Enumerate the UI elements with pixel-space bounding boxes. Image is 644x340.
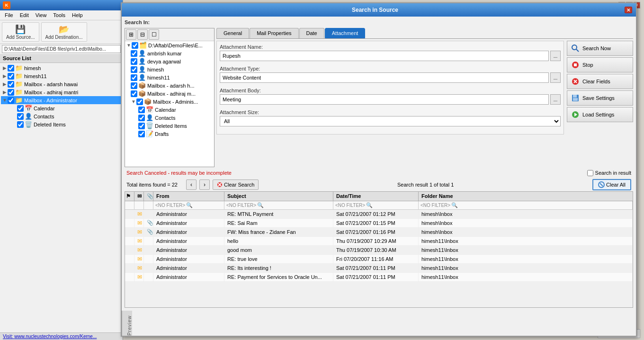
tab-attachment[interactable]: Attachment <box>325 28 366 38</box>
left-tree-check[interactable] <box>138 131 145 137</box>
tree-item-mailbox-adarsh[interactable]: ▶ 📁 Mailbox - adarsh hawai <box>1 80 122 88</box>
stop-icon <box>571 61 580 69</box>
clear-fields-button[interactable]: Clear Fields <box>567 74 633 89</box>
left-tree-mailbox-adhiraj[interactable]: 📦 Mailbox - adhiraj m... <box>125 89 214 98</box>
left-tree-deleted[interactable]: 🗑️ Deleted Items <box>125 122 214 130</box>
left-tree-check[interactable] <box>131 82 137 89</box>
filter-folder-search-icon[interactable]: 🔍 <box>451 202 458 208</box>
table-row[interactable]: ✉ Administrator RE: true love Fri 07/20/… <box>125 255 633 264</box>
table-row[interactable]: ✉ Administrator RE: Its interesting ! Sa… <box>125 264 633 273</box>
menu-help[interactable]: Help <box>69 11 86 19</box>
expand-all-button[interactable]: ⊞ <box>126 29 136 40</box>
th-subject[interactable]: Subject <box>224 192 333 201</box>
filter-subject[interactable]: <NO FILTER> 🔍 <box>224 201 333 209</box>
load-settings-button[interactable]: Load Settings <box>567 107 633 122</box>
left-tree-check[interactable] <box>136 98 143 105</box>
tree-check[interactable] <box>17 121 24 128</box>
left-tree-check[interactable] <box>138 107 145 113</box>
left-tree-himesh[interactable]: 👤 himesh <box>125 65 214 73</box>
attachment-body-input[interactable] <box>220 94 549 105</box>
th-flag[interactable]: ⚑ <box>125 192 134 201</box>
filter-from-search-icon[interactable]: 🔍 <box>186 202 193 208</box>
menu-view[interactable]: View <box>33 11 50 19</box>
left-tree-calendar[interactable]: 📅 Calendar <box>125 106 214 114</box>
menu-tools[interactable]: Tools <box>50 11 68 19</box>
left-tree-mailbox-adarsh[interactable]: 📦 Mailbox - adarsh h... <box>125 81 214 89</box>
left-tree-devya[interactable]: 👤 devya agarwal <box>125 57 214 65</box>
tab-general[interactable]: General <box>216 28 249 38</box>
uncheck-all-button[interactable]: ☐ <box>149 29 159 40</box>
left-tree-ambrish[interactable]: 👤 ambrish kumar <box>125 49 214 57</box>
left-tree-contacts[interactable]: 👤 Contacts <box>125 114 214 122</box>
tree-check[interactable] <box>8 89 14 96</box>
tree-item-mailbox-adhiraj[interactable]: ▶ 📁 Mailbox - adhiraj mantri <box>1 88 122 96</box>
tab-date[interactable]: Date <box>299 28 324 38</box>
tree-item-contacts[interactable]: 👤 Contacts <box>1 112 122 120</box>
search-in-result-checkbox[interactable] <box>587 170 593 176</box>
left-tree-check[interactable] <box>131 74 137 81</box>
tree-check[interactable] <box>17 105 24 112</box>
th-folder[interactable]: Folder Name <box>419 192 633 201</box>
tree-item-deleted[interactable]: 🗑️ Deleted Items <box>1 120 122 128</box>
attachment-body-browse-button[interactable]: ... <box>550 94 561 105</box>
left-tree-check-root[interactable] <box>132 42 138 49</box>
attachment-type-browse-button[interactable]: ... <box>550 72 561 83</box>
clear-search-button[interactable]: Clear Search <box>213 179 259 190</box>
filter-folder[interactable]: <NO FILTER> 🔍 <box>419 201 633 209</box>
attachment-size-select[interactable]: All < 10 KB 10-100 KB > 100 KB <box>220 116 561 126</box>
tree-check[interactable] <box>17 113 24 120</box>
filter-date-search-icon[interactable]: 🔍 <box>366 202 373 208</box>
tree-check-himesh[interactable] <box>8 65 14 72</box>
add-destination-button[interactable]: 📂 Add Destination... <box>41 22 87 42</box>
th-from[interactable]: From <box>153 192 224 201</box>
filter-from[interactable]: <NO FILTER> 🔍 <box>153 201 224 209</box>
attachment-type-input[interactable] <box>220 72 549 83</box>
attachment-name-input[interactable] <box>220 51 549 61</box>
left-tree-check[interactable] <box>138 123 145 129</box>
next-result-button[interactable]: › <box>199 179 210 190</box>
filter-date[interactable]: <NO FILTER> 🔍 <box>333 201 419 209</box>
left-tree-check[interactable] <box>138 115 145 121</box>
tree-check[interactable] <box>8 73 14 80</box>
left-tree-mailbox-admin[interactable]: ▼ 📦 Mailbox - Adminis... <box>125 98 214 106</box>
left-tree-check[interactable] <box>131 58 137 65</box>
attachment-name-browse-button[interactable]: ... <box>550 51 561 61</box>
table-row[interactable]: ✉ 📎 Administrator FW: Miss france - Zida… <box>125 228 633 237</box>
tree-check[interactable] <box>8 81 14 88</box>
preview-panel[interactable]: Preview <box>122 311 132 336</box>
left-tree-check[interactable] <box>131 50 137 57</box>
prev-result-button[interactable]: ‹ <box>186 179 197 190</box>
dialog-close-button[interactable]: ✕ <box>625 7 632 13</box>
tree-check[interactable] <box>8 97 14 104</box>
table-row[interactable]: ✉ 📎 Administrator RE: Sai Ram Sat 07/21/… <box>125 219 633 228</box>
left-tree-drafts[interactable]: 📝 Drafts <box>125 130 214 138</box>
search-now-button[interactable]: Search Now <box>567 41 633 56</box>
left-tree-check[interactable] <box>131 90 137 97</box>
menu-file[interactable]: File <box>2 11 16 19</box>
table-row[interactable]: ✉ Administrator good mom Thu 07/19/2007 … <box>125 246 633 255</box>
attachment-body-input-row: ... <box>220 94 561 105</box>
save-settings-button[interactable]: Save Settings <box>567 90 633 106</box>
tree-item-himesh[interactable]: ▶ 📁 himesh <box>1 64 122 72</box>
table-row[interactable]: ✉ Administrator RE: Payment for Services… <box>125 273 633 282</box>
menu-edit[interactable]: Edit <box>17 11 32 19</box>
stop-button[interactable]: Stop <box>567 57 633 72</box>
collapse-all-button[interactable]: ⊟ <box>137 29 148 40</box>
visit-url[interactable]: www.nucleustechnologies.com/Kerne... <box>14 334 97 339</box>
add-source-button[interactable]: 💾 Add Source... <box>2 22 39 42</box>
table-row[interactable]: ✉ Administrator RE: MTNL Payment Sat 07/… <box>125 210 633 219</box>
row-att-icon <box>144 264 153 272</box>
tree-item-calendar[interactable]: 📅 Calendar <box>1 104 122 112</box>
table-row[interactable]: ✉ Administrator hello Thu 07/19/2007 10:… <box>125 237 633 246</box>
tab-mail-properties[interactable]: Mail Properties <box>250 28 298 38</box>
left-tree-himesh11[interactable]: 👤 himesh11 <box>125 73 214 81</box>
left-tree-check[interactable] <box>131 66 137 73</box>
left-tree-root[interactable]: ▼ 🗂️ D:\Aftab\DemoFiles\E... <box>125 41 214 49</box>
filter-subject-search-icon[interactable]: 🔍 <box>257 202 264 208</box>
th-mail[interactable]: ✉ <box>134 192 144 201</box>
clear-all-button[interactable]: Clear All <box>592 179 631 190</box>
tree-item-himesh11[interactable]: ▶ 📁 himesh11 <box>1 72 122 80</box>
th-attachment[interactable]: 📎 <box>144 192 153 201</box>
th-date[interactable]: Date/Time <box>333 192 419 201</box>
tree-item-mailbox-admin[interactable]: ▼ 📁 Mailbox - Administrator <box>1 96 122 104</box>
